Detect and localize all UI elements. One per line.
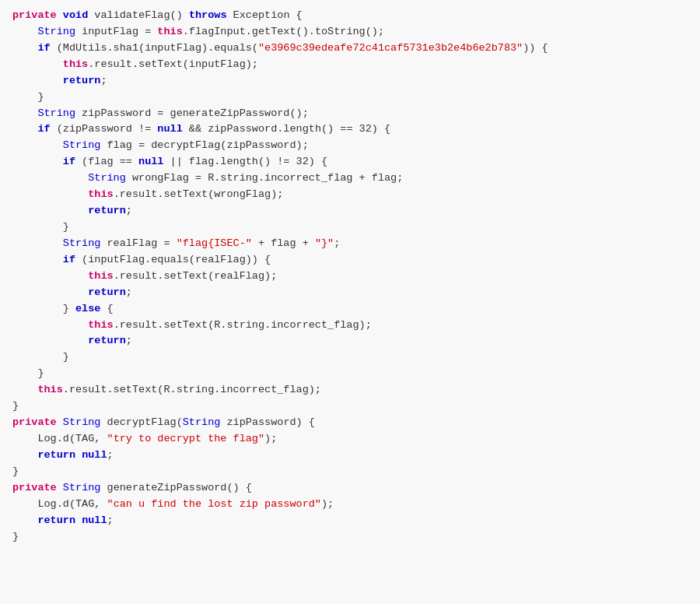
- code-line-25: }: [0, 399, 700, 415]
- code-line-2: String inputFlag = this.flagInput.getTex…: [0, 24, 700, 40]
- code-editor: private void validateFlag() throws Excep…: [0, 0, 700, 604]
- code-line-29: return null;: [0, 448, 700, 464]
- code-line-5: return;: [0, 73, 700, 90]
- code-line-21: return;: [0, 333, 700, 349]
- code-line-23: }: [0, 366, 700, 382]
- code-line-4: this.result.setText(inputFlag);: [0, 57, 700, 73]
- code-line-8: if (zipPassword != null && zipPassword.l…: [0, 121, 700, 138]
- code-line-16: if (inputFlag.equals(realFlag)) {: [0, 252, 700, 269]
- code-line-34: return null;: [0, 513, 700, 529]
- code-line-1: private void validateFlag() throws Excep…: [0, 8, 700, 24]
- code-line-18: return;: [0, 285, 700, 301]
- code-line-14: }: [0, 219, 700, 236]
- code-line-33: Log.d(TAG, "can u find the lost zip pass…: [0, 497, 700, 513]
- code-line-7: String zipPassword = generateZipPassword…: [0, 106, 700, 122]
- code-line-13: return;: [0, 203, 700, 219]
- code-line-27: private String decryptFlag(String zipPas…: [0, 415, 700, 431]
- code-line-32: private String generateZipPassword() {: [0, 480, 700, 497]
- code-line-6: }: [0, 90, 700, 106]
- code-line-17: this.result.setText(realFlag);: [0, 269, 700, 285]
- code-line-28: Log.d(TAG, "try to decrypt the flag");: [0, 431, 700, 448]
- code-line-11: String wrongFlag = R.string.incorrect_fl…: [0, 170, 700, 187]
- code-line-9: String flag = decryptFlag(zipPassword);: [0, 138, 700, 154]
- code-line-10: if (flag == null || flag.length() != 32)…: [0, 154, 700, 170]
- code-line-20: this.result.setText(R.string.incorrect_f…: [0, 318, 700, 334]
- code-line-22: }: [0, 349, 700, 366]
- code-line-24: this.result.setText(R.string.incorrect_f…: [0, 382, 700, 399]
- code-line-15: String realFlag = "flag{ISEC-" + flag + …: [0, 236, 700, 252]
- code-line-19: } else {: [0, 301, 700, 318]
- code-line-3: if (MdUtils.sha1(inputFlag).equals("e396…: [0, 40, 700, 57]
- code-line-30: }: [0, 464, 700, 480]
- code-line-35: }: [0, 529, 700, 546]
- code-line-12: this.result.setText(wrongFlag);: [0, 187, 700, 203]
